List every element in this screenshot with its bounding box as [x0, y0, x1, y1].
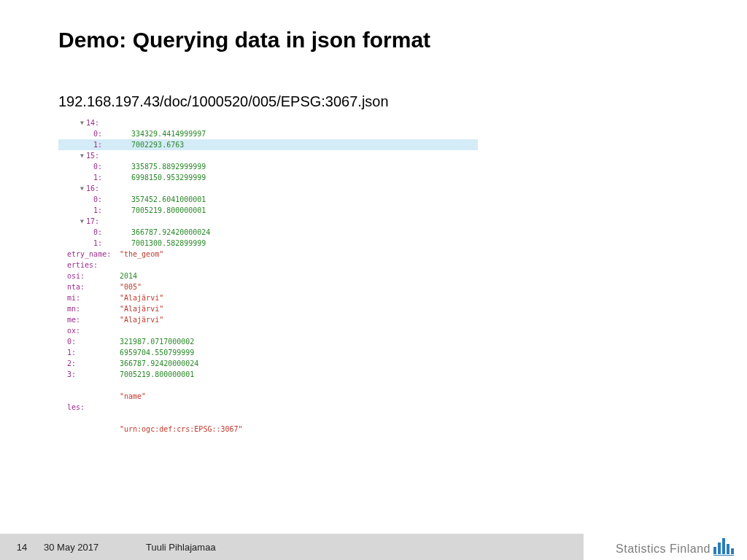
- node-15[interactable]: ▼15:: [58, 150, 478, 161]
- node-17-1: 1:7001300.582899999: [58, 238, 478, 249]
- chevron-down-icon: ▼: [80, 117, 86, 128]
- blank: [58, 380, 478, 391]
- bbox-1: 1:6959704.550799999: [58, 347, 478, 358]
- logo-text: Statistics Finland: [616, 542, 711, 556]
- prop-name-literal: "name": [58, 391, 478, 402]
- json-url: 192.168.197.43/doc/1000520/005/EPSG:3067…: [0, 52, 747, 110]
- prop-bbox: ox:: [58, 325, 478, 336]
- slide: Demo: Querying data in json format 192.1…: [0, 0, 747, 560]
- node-17[interactable]: ▼17:: [58, 216, 478, 227]
- node-16-0: 0:357452.6041000001: [58, 194, 478, 205]
- prop-nimi: mi:"Alajärvi": [58, 292, 478, 303]
- prop-geometry-name: etry_name:"the_geom": [58, 249, 478, 260]
- chevron-down-icon: ▼: [80, 183, 86, 194]
- prop-properties: erties:: [58, 260, 478, 271]
- bbox-2: 2:366787.92420000024: [58, 358, 478, 369]
- node-16-1: 1:7005219.800000001: [58, 205, 478, 216]
- prop-les: les:: [58, 402, 478, 413]
- node-17-0: 0:366787.92420000024: [58, 227, 478, 238]
- prop-namn: mn:"Alajärvi": [58, 303, 478, 314]
- node-16[interactable]: ▼16:: [58, 183, 478, 194]
- node-14-1: 1:7002293.6763: [58, 139, 478, 150]
- chevron-down-icon: ▼: [80, 150, 86, 161]
- prop-kunta: nta:"005": [58, 281, 478, 292]
- crs-urn: "urn:ogc:def:crs:EPSG::3067": [58, 424, 478, 435]
- slide-title: Demo: Querying data in json format: [0, 0, 747, 52]
- bars-icon: [713, 538, 734, 556]
- bbox-3: 3:7005219.800000001: [58, 369, 478, 380]
- footer-date: 30 May 2017: [44, 542, 146, 553]
- node-15-0: 0:335875.8892999999: [58, 161, 478, 172]
- blank: [58, 413, 478, 424]
- json-viewer: ▼14: 0:334329.4414999997 1:7002293.6763 …: [58, 117, 478, 435]
- footer-bar: 14 30 May 2017 Tuuli Pihlajamaa: [0, 534, 584, 560]
- prop-name: me:"Alajärvi": [58, 314, 478, 325]
- chevron-down-icon: ▼: [80, 216, 86, 227]
- logo: Statistics Finland: [616, 538, 734, 556]
- bbox-0: 0:321987.0717000002: [58, 336, 478, 347]
- footer: 14 30 May 2017 Tuuli Pihlajamaa Statisti…: [0, 534, 747, 560]
- node-15-1: 1:6998150.953299999: [58, 172, 478, 183]
- node-14-0: 0:334329.4414999997: [58, 128, 478, 139]
- page-number: 14: [0, 542, 44, 553]
- node-14[interactable]: ▼14:: [58, 117, 478, 128]
- prop-vuosi: osi:2014: [58, 271, 478, 281]
- footer-author: Tuuli Pihlajamaa: [146, 542, 216, 553]
